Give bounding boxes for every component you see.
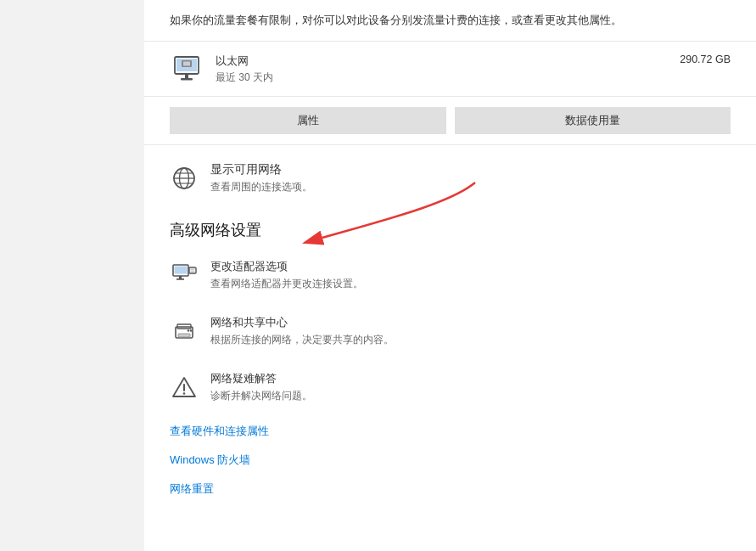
reset-link[interactable]: 网络重置: [170, 481, 731, 497]
warning-icon: [170, 373, 199, 402]
adapter-options-item[interactable]: 更改适配器选项 查看网络适配器并更改连接设置。: [144, 247, 756, 303]
sharing-center-text: 网络和共享中心 根据所连接的网络，决定要共享的内容。: [210, 315, 731, 347]
monitor-icon: [170, 52, 204, 86]
show-networks-desc: 查看周围的连接选项。: [210, 180, 731, 194]
top-notice: 如果你的流量套餐有限制，对你可以对此设备分别发流量计费的连接，或查看更改其他属性…: [144, 0, 756, 41]
network-size: 290.72 GB: [680, 53, 731, 65]
share-icon: [170, 317, 199, 346]
show-networks-section[interactable]: 显示可用网络 查看周围的连接选项。: [144, 145, 756, 208]
svg-rect-13: [179, 276, 182, 278]
adapter-icon: [170, 261, 199, 290]
troubleshoot-item[interactable]: 网络疑难解答 诊断并解决网络问题。: [144, 359, 756, 415]
svg-rect-12: [175, 267, 188, 274]
svg-point-21: [188, 329, 189, 331]
svg-rect-14: [176, 278, 184, 280]
troubleshoot-title: 网络疑难解答: [210, 371, 731, 386]
svg-point-25: [183, 392, 186, 395]
sharing-center-item[interactable]: 网络和共享中心 根据所连接的网络，决定要共享的内容。: [144, 303, 756, 359]
buttons-row: 属性 数据使用量: [144, 97, 756, 145]
troubleshoot-desc: 诊断并解决网络问题。: [210, 389, 731, 403]
network-sub: 最近 30 天内: [216, 70, 680, 85]
show-networks-text: 显示可用网络 查看周围的连接选项。: [210, 162, 731, 194]
firewall-link[interactable]: Windows 防火墙: [170, 453, 731, 468]
main-content: 如果你的流量套餐有限制，对你可以对此设备分别发流量计费的连接，或查看更改其他属性…: [144, 0, 756, 551]
adapter-options-text: 更改适配器选项 查看网络适配器并更改连接设置。: [210, 259, 731, 291]
show-networks-title: 显示可用网络: [210, 162, 731, 177]
svg-rect-5: [183, 62, 190, 66]
top-notice-text: 如果你的流量套餐有限制，对你可以对此设备分别发流量计费的连接，或查看更改其他属性…: [170, 14, 622, 26]
svg-rect-20: [178, 334, 190, 337]
data-usage-button[interactable]: 数据使用量: [455, 107, 731, 134]
troubleshoot-text: 网络疑难解答 诊断并解决网络问题。: [210, 371, 731, 403]
links-section: 查看硬件和连接属性 Windows 防火墙 网络重置: [144, 415, 756, 519]
properties-button[interactable]: 属性: [170, 107, 446, 134]
globe-icon: [170, 164, 199, 193]
adapter-options-desc: 查看网络适配器并更改连接设置。: [210, 277, 731, 291]
svg-rect-2: [185, 74, 188, 78]
network-name: 以太网: [216, 53, 680, 69]
svg-rect-3: [181, 78, 193, 81]
network-item: 以太网 最近 30 天内 290.72 GB: [144, 41, 756, 97]
svg-rect-17: [191, 272, 195, 273]
svg-rect-16: [191, 269, 195, 271]
sharing-center-title: 网络和共享中心: [210, 315, 731, 330]
hardware-link[interactable]: 查看硬件和连接属性: [170, 424, 731, 439]
adapter-options-title: 更改适配器选项: [210, 259, 731, 274]
sidebar: [0, 0, 144, 551]
sharing-center-desc: 根据所连接的网络，决定要共享的内容。: [210, 333, 731, 347]
network-info: 以太网 最近 30 天内: [216, 53, 680, 85]
svg-point-22: [190, 329, 192, 331]
advanced-heading: 高级网络设置: [144, 208, 756, 247]
